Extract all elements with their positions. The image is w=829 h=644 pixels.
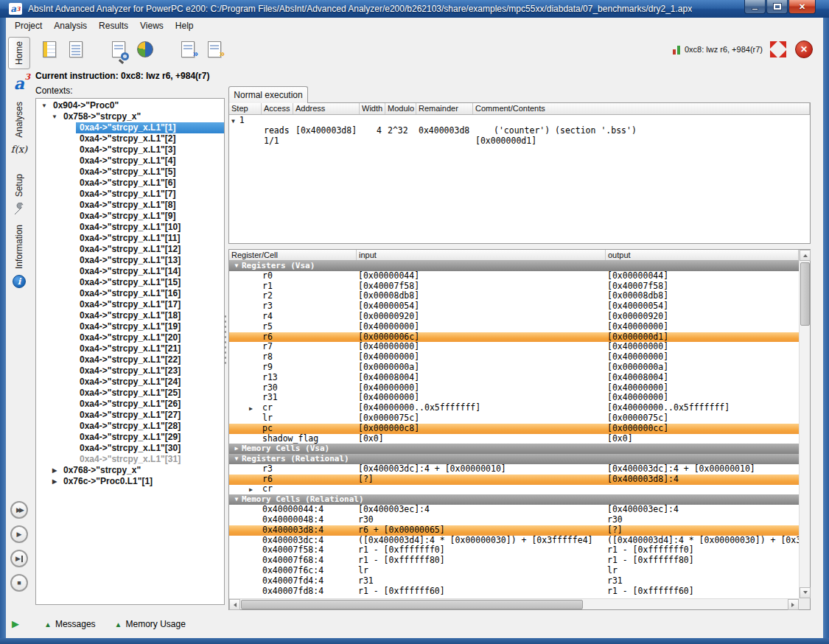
- close-button[interactable]: ✕: [788, 0, 816, 14]
- menu-results[interactable]: Results: [93, 18, 134, 33]
- pie-chart-icon[interactable]: [136, 40, 155, 59]
- export-blue-icon[interactable]: »: [178, 40, 197, 59]
- tree-item[interactable]: 0xa4->"strcpy_x.L1"[5]: [36, 167, 224, 178]
- stop-close-icon[interactable]: ✕: [795, 41, 813, 58]
- tree-item[interactable]: 0xa4->"strcpy_x.L1"[21]: [36, 343, 224, 354]
- register-row[interactable]: 0x40007fd4:4r31r31: [229, 576, 799, 587]
- register-row[interactable]: r30[0x40000000][0x40000000]: [229, 383, 799, 393]
- register-row[interactable]: pc[0x000000c8][0x000000cc]: [229, 424, 799, 434]
- tab-home[interactable]: Home: [8, 37, 30, 69]
- tree-item[interactable]: ▼0x904->"Proc0": [36, 100, 224, 111]
- scroll-up-icon[interactable]: [800, 250, 811, 261]
- tree-item[interactable]: 0xa4->"strcpy_x.L1"[15]: [36, 277, 224, 288]
- tab-analyses[interactable]: Analyses: [8, 102, 30, 138]
- expander-icon[interactable]: ▼: [231, 494, 242, 505]
- tree-item[interactable]: ▶0x76c->"Proc0.L1"[1]: [36, 476, 224, 487]
- tree-item[interactable]: 0xa4->"strcpy_x.L1"[4]: [36, 155, 224, 167]
- register-row[interactable]: r7[0x40000000][0x40000000]: [229, 342, 799, 352]
- tree-item[interactable]: 0xa4->"strcpy_x.L1"[13]: [36, 255, 224, 266]
- tree-item[interactable]: 0xa4->"strcpy_x.L1"[3]: [36, 144, 224, 155]
- tree-item[interactable]: 0xa4->"strcpy_x.L1"[10]: [36, 222, 224, 233]
- tree-item[interactable]: 0xa4->"strcpy_x.L1"[2]: [36, 133, 224, 144]
- tree-item[interactable]: 0xa4->"strcpy_x.L1"[19]: [36, 321, 224, 332]
- tab-information[interactable]: Information: [8, 225, 30, 269]
- menu-project[interactable]: Project: [9, 18, 48, 33]
- search-document-icon[interactable]: [109, 40, 128, 59]
- tab-setup[interactable]: Setup: [8, 174, 30, 197]
- vertical-scrollbar[interactable]: [799, 250, 810, 598]
- expander-icon[interactable]: ▼: [49, 113, 60, 120]
- tree-item[interactable]: 0xa4->"strcpy_x.L1"[8]: [36, 200, 224, 211]
- register-row[interactable]: r3[0x40000054][0x40000054]: [229, 301, 799, 312]
- tree-item[interactable]: 0xa4->"strcpy_x.L1"[29]: [36, 432, 224, 443]
- tree-item[interactable]: 0xa4->"strcpy_x.L1"[26]: [36, 399, 224, 410]
- column-width[interactable]: Width: [360, 103, 385, 114]
- expander-icon[interactable]: ▼: [231, 454, 242, 464]
- step-button[interactable]: ▶: [10, 550, 28, 567]
- register-row[interactable]: 0x40000048:4r30r30: [229, 515, 799, 525]
- tree-item[interactable]: 0xa4->"strcpy_x.L1"[17]: [36, 299, 224, 310]
- register-section-header[interactable]: ▼Registers (Relational): [229, 454, 799, 464]
- register-row[interactable]: shadow_flag[0x0][0x0]: [229, 434, 799, 444]
- register-row[interactable]: r5[0x40000000][0x40000000]: [229, 322, 799, 332]
- table-icon[interactable]: [40, 40, 59, 59]
- menu-analysis[interactable]: Analysis: [48, 18, 93, 33]
- register-row[interactable]: r6[0x0000006c][0x000000d1]: [229, 332, 799, 343]
- register-section-header[interactable]: ▼Memory Cells (Relational): [229, 494, 799, 505]
- register-row[interactable]: r0[0x00000044][0x00000044]: [229, 271, 799, 281]
- tree-item[interactable]: 0xa4->"strcpy_x.L1"[27]: [36, 410, 224, 421]
- horizontal-scroll-thumb[interactable]: [241, 600, 583, 609]
- register-row[interactable]: 0x40007f58:4r1 - [0xfffffff0]r1 - [0xfff…: [229, 545, 799, 556]
- execution-row[interactable]: ▼1: [229, 115, 810, 125]
- register-row[interactable]: 0x40000044:4[0x400003ec]:4[0x400003ec]:4: [229, 505, 799, 515]
- messages-toggle[interactable]: ▲ Messages: [44, 619, 96, 629]
- register-row[interactable]: r8[0x40000000][0x40000000]: [229, 352, 799, 363]
- register-row[interactable]: 0x40007fd8:4r1 - [0xffffff60]r1 - [0xfff…: [229, 587, 799, 597]
- tree-item[interactable]: 0xa4->"strcpy_x.L1"[22]: [36, 354, 224, 365]
- expander-icon[interactable]: ▼: [39, 102, 49, 109]
- register-row[interactable]: 0x400003dc:4([0x400003d4]:4 * [0x0000003…: [229, 536, 799, 546]
- expander-icon[interactable]: ▶: [249, 404, 262, 414]
- fx-icon[interactable]: f(x): [6, 144, 32, 155]
- register-row[interactable]: r13[0x40008004][0x40008004]: [229, 373, 799, 383]
- tree-item[interactable]: 0xa4->"strcpy_x.L1"[25]: [36, 388, 224, 399]
- scroll-right-icon[interactable]: [788, 599, 799, 610]
- tree-item[interactable]: 0xa4->"strcpy_x.L1"[11]: [36, 233, 224, 244]
- menu-help[interactable]: Help: [169, 18, 200, 33]
- tree-item[interactable]: 0xa4->"strcpy_x.L1"[9]: [36, 211, 224, 222]
- register-row[interactable]: r6[?][0x400003d8]:4: [229, 475, 799, 485]
- tree-item[interactable]: 0xa4->"strcpy_x.L1"[18]: [36, 310, 224, 321]
- tree-item[interactable]: 0xa4->"strcpy_x.L1"[28]: [36, 421, 224, 432]
- status-play-icon[interactable]: ▶: [12, 618, 19, 629]
- register-section-header[interactable]: ▼Registers (Vsa): [229, 261, 799, 271]
- tree-item[interactable]: 0xa4->"strcpy_x.L1"[30]: [36, 443, 224, 454]
- column-step[interactable]: Step: [229, 103, 262, 114]
- tab-normal-execution[interactable]: Normal execution: [228, 86, 308, 103]
- tree-item[interactable]: 0xa4->"strcpy_x.L1"[7]: [36, 189, 224, 200]
- tree-item[interactable]: 0xa4->"strcpy_x.L1"[12]: [36, 244, 224, 255]
- register-row[interactable]: r3[0x400003dc]:4 + [0x00000010][0x400003…: [229, 464, 799, 475]
- run-button[interactable]: ▶: [10, 525, 28, 543]
- expander-icon[interactable]: ▶: [249, 485, 262, 495]
- tree-item[interactable]: 0xa4->"strcpy_x.L1"[14]: [36, 266, 224, 277]
- tree-item[interactable]: 0xa4->"strcpy_x.L1"[20]: [36, 332, 224, 343]
- register-row[interactable]: r31[0x40000000][0x40000000]: [229, 393, 799, 403]
- register-row[interactable]: lr[0x0000075c][0x0000075c]: [229, 413, 799, 424]
- tree-item[interactable]: 0xa4->"strcpy_x.L1"[6]: [36, 178, 224, 189]
- execution-row[interactable]: 1/1[0x000000d1]: [229, 136, 810, 146]
- report-icon[interactable]: [66, 40, 85, 59]
- column-remainder[interactable]: Remainder: [416, 103, 473, 114]
- horizontal-scrollbar[interactable]: [229, 598, 799, 609]
- expand-view-icon[interactable]: [770, 41, 786, 57]
- wrench-icon[interactable]: [6, 203, 32, 217]
- column-input[interactable]: input: [357, 250, 606, 260]
- maximize-button[interactable]: [766, 0, 788, 14]
- stop-button[interactable]: ■: [10, 574, 28, 592]
- column-register-cell[interactable]: Register/Cell: [229, 250, 357, 260]
- expander-icon[interactable]: ▶: [49, 478, 60, 485]
- memory-usage-toggle[interactable]: ▲ Memory Usage: [115, 619, 186, 629]
- scroll-left-icon[interactable]: [229, 599, 240, 610]
- menu-views[interactable]: Views: [134, 18, 169, 33]
- tree-item[interactable]: 0xa4->"strcpy_x.L1"[24]: [36, 377, 224, 388]
- splitter-grip[interactable]: [223, 314, 228, 364]
